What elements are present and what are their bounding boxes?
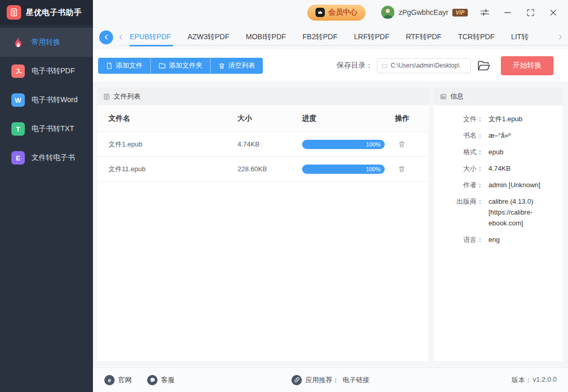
info-fields: 文件：文件1.epub 书名：æ–°å»º 格式：epub 大小：4.74KB … <box>434 105 563 251</box>
flame-icon <box>11 36 25 49</box>
sidebar-item-ebook-to-pdf[interactable]: 电子书转PDF <box>0 57 93 86</box>
col-actions: 操作 <box>395 114 429 123</box>
info-field-publisher: 出版商：calibre (4.13.0) [https://calibre-eb… <box>438 196 556 228</box>
content-area: 文件列表 文件名 大小 进度 操作 文件1.epub 4.74KB 100% <box>93 81 568 367</box>
txt-icon: T <box>11 122 25 136</box>
ereader-logo-icon <box>7 5 21 20</box>
tab-lrf-to-pdf[interactable]: LRF转PDF <box>354 25 389 50</box>
info-title: 信息 <box>450 92 464 101</box>
tabs-scroll-right-icon[interactable] <box>553 34 568 40</box>
col-progress: 进度 <box>302 114 395 123</box>
app-window: 星优电子书助手 常用转换 电子书转PDF <box>0 0 568 392</box>
official-site-icon: e <box>104 375 115 385</box>
progress-value: 100% <box>366 166 381 172</box>
add-file-button[interactable]: 添加文件 <box>98 58 150 74</box>
cell-filename: 文件1.epub <box>108 140 238 149</box>
info-panel: 信息 文件：文件1.epub 书名：æ–°å»º 格式：epub 大小：4.74… <box>434 88 563 361</box>
delete-row-button[interactable] <box>396 139 407 150</box>
save-dir-input[interactable] <box>391 62 466 69</box>
collapse-back-button[interactable] <box>99 30 113 44</box>
username: zPgGwbhcEayr <box>399 8 448 17</box>
tab-tcr-to-pdf[interactable]: TCR转PDF <box>458 25 495 50</box>
cell-size: 228.60KB <box>238 165 302 173</box>
member-center-label: 会员中心 <box>328 8 357 17</box>
browse-folder-button[interactable] <box>476 58 492 73</box>
add-folder-button[interactable]: 添加文件夹 <box>150 58 210 74</box>
sidebar-item-label: 常用转换 <box>31 38 60 47</box>
cell-size: 4.74KB <box>238 140 302 148</box>
save-dir-box <box>377 58 471 73</box>
sidebar-nav: 常用转换 电子书转PDF W 电子书转Word T 电子书转TXT <box>0 28 93 172</box>
tab-mobi-to-pdf[interactable]: MOBI转PDF <box>246 25 286 50</box>
info-field-language: 语言：eng <box>438 234 556 245</box>
tab-fb2-to-pdf[interactable]: FB2转PDF <box>303 25 338 50</box>
word-icon: W <box>11 93 25 107</box>
sidebar-item-label: 文件转电子书 <box>31 153 75 162</box>
pdf-icon <box>11 64 25 78</box>
folder-small-icon <box>382 62 388 69</box>
tab-rtf-to-pdf[interactable]: RTF转PDF <box>406 25 441 50</box>
link-icon <box>292 375 302 385</box>
close-button[interactable] <box>547 7 559 18</box>
file-list-header: 文件列表 <box>97 88 429 105</box>
footer: e 官网 客服 应用推荐： 电子链接 版本： <box>93 367 568 392</box>
cell-filename: 文件11.epub <box>108 165 238 174</box>
recommend-label: 应用推荐： <box>306 375 339 385</box>
maximize-button[interactable] <box>525 7 536 18</box>
info-field-format: 格式：epub <box>438 146 556 157</box>
crown-icon <box>315 8 325 17</box>
tab-bar: EPUB转PDF AZW3转PDF MOBI转PDF FB2转PDF LRF转P… <box>93 25 568 50</box>
file-list-panel: 文件列表 文件名 大小 进度 操作 文件1.epub 4.74KB 100% <box>97 88 429 361</box>
start-convert-button[interactable]: 开始转换 <box>501 56 554 75</box>
official-site-label: 官网 <box>118 375 132 385</box>
sidebar-item-file-to-ebook[interactable]: E 文件转电子书 <box>0 143 93 172</box>
tab-underline-track <box>119 45 567 46</box>
app-logo: 星优电子书助手 <box>0 0 93 25</box>
support-label: 客服 <box>161 375 175 385</box>
sidebar-item-ebook-to-word[interactable]: W 电子书转Word <box>0 86 93 115</box>
clear-list-label: 清空列表 <box>228 61 255 70</box>
save-dir-label: 保存目录： <box>337 61 373 70</box>
chat-icon <box>147 375 157 385</box>
info-header: 信息 <box>434 88 563 105</box>
info-field-bookname: 书名：æ–°å»º <box>438 130 556 141</box>
info-field-author: 作者：admin [Unknown] <box>438 179 556 190</box>
vip-badge: VIP <box>452 9 468 17</box>
clear-list-button[interactable]: 清空列表 <box>210 58 263 74</box>
official-site-link[interactable]: e 官网 <box>104 375 132 385</box>
app-recommend: 应用推荐： 电子链接 <box>292 375 370 385</box>
sidebar-item-ebook-to-txt[interactable]: T 电子书转TXT <box>0 115 93 143</box>
add-file-label: 添加文件 <box>116 61 143 70</box>
file-icon <box>106 62 113 69</box>
toolbar: 添加文件 添加文件夹 清空列表 保存目录： <box>93 50 568 81</box>
info-field-file: 文件：文件1.epub <box>438 113 556 124</box>
tab-lit-to-pdf[interactable]: LIT转 <box>511 25 529 50</box>
folder-icon <box>159 62 166 69</box>
progress-bar: 100% <box>302 165 385 174</box>
progress-bar: 100% <box>302 140 385 149</box>
support-link[interactable]: 客服 <box>147 375 175 385</box>
tabs-scroll-left-icon[interactable] <box>113 34 129 40</box>
table-header: 文件名 大小 进度 操作 <box>97 105 429 132</box>
main-area: 会员中心 zPgGwbhcEayr VIP <box>93 0 568 392</box>
save-zone: 保存目录： 开始转换 <box>337 56 554 75</box>
recommend-link[interactable]: 电子链接 <box>343 375 370 385</box>
version-info: 版本： v1.2.0.0 <box>512 375 557 385</box>
member-center-button[interactable]: 会员中心 <box>307 5 366 21</box>
sidebar: 星优电子书助手 常用转换 电子书转PDF <box>0 0 93 392</box>
list-icon <box>103 93 110 100</box>
settings-sliders-icon[interactable] <box>479 7 491 18</box>
col-size: 大小 <box>238 114 302 123</box>
tab-epub-to-pdf[interactable]: EPUB转PDF <box>130 25 171 50</box>
account-area[interactable]: zPgGwbhcEayr VIP <box>381 6 468 19</box>
minimize-button[interactable] <box>502 7 513 18</box>
info-field-size: 大小：4.74KB <box>438 163 556 174</box>
title-bar: 会员中心 zPgGwbhcEayr VIP <box>93 0 568 25</box>
sidebar-item-common-convert[interactable]: 常用转换 <box>0 28 93 57</box>
col-filename: 文件名 <box>108 114 238 123</box>
app-title: 星优电子书助手 <box>26 8 82 18</box>
delete-row-button[interactable] <box>396 164 407 175</box>
ebook-icon: E <box>11 151 25 165</box>
tab-azw3-to-pdf[interactable]: AZW3转PDF <box>187 25 229 50</box>
file-actions-group: 添加文件 添加文件夹 清空列表 <box>98 58 263 74</box>
